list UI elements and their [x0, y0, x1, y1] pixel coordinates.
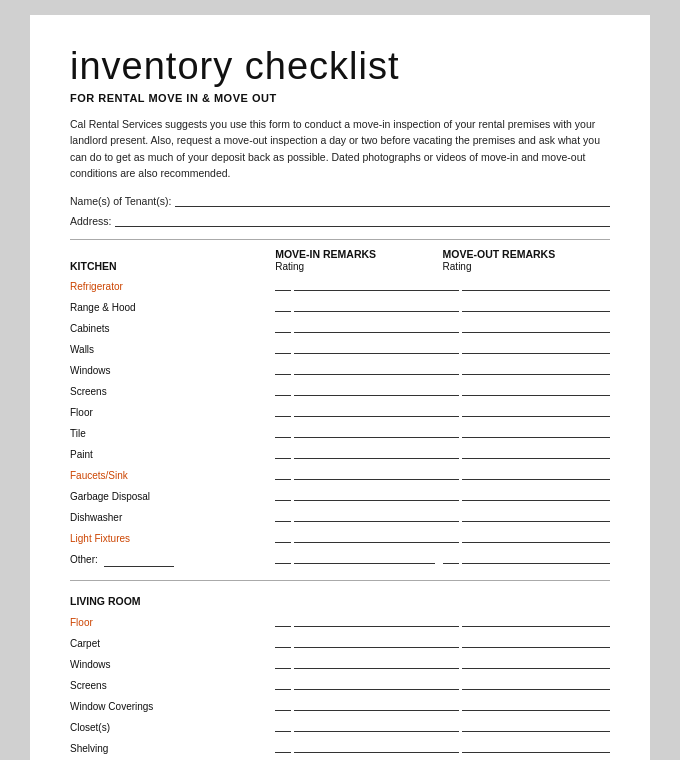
divider-living: [70, 580, 610, 581]
list-item: Window Coverings: [70, 694, 610, 715]
divider-top: [70, 239, 610, 240]
item-name: Window Coverings: [70, 701, 153, 712]
list-item: Tile: [70, 421, 610, 442]
list-item: Garbage Disposal: [70, 484, 610, 505]
item-name: Range & Hood: [70, 302, 136, 313]
kitchen-other-line[interactable]: [104, 555, 174, 567]
item-name: Cabinets: [70, 323, 109, 334]
kitchen-other-label: Other:: [70, 554, 98, 565]
item-name: Paint: [70, 449, 93, 460]
item-name: Closet(s): [70, 722, 110, 733]
page: inventory checklist FOR RENTAL MOVE IN &…: [30, 15, 650, 760]
living-room-label: LIVING ROOM: [70, 589, 275, 610]
list-item: Faucets/Sink: [70, 463, 610, 484]
kitchen-other-movein: [275, 552, 434, 564]
tenants-field-row: Name(s) of Tenant(s):: [70, 193, 610, 207]
column-headers: KITCHEN MOVE-IN REMARKS Rating MOVE-OUT …: [70, 248, 610, 274]
living-room-section-row: [70, 568, 610, 589]
kitchen-other-row: Other:: [70, 547, 610, 568]
item-name: Faucets/Sink: [70, 470, 128, 481]
address-input-line[interactable]: [115, 213, 610, 227]
list-item: Screens: [70, 673, 610, 694]
list-item: Light Fixtures: [70, 526, 610, 547]
tenants-label: Name(s) of Tenant(s):: [70, 195, 171, 207]
list-item: Dishwasher: [70, 505, 610, 526]
living-room-header-row: LIVING ROOM: [70, 589, 610, 610]
item-name: Refrigerator: [70, 281, 123, 292]
movein-header: MOVE-IN REMARKS Rating: [275, 248, 442, 274]
item-name: Windows: [70, 365, 111, 376]
list-item: Cabinets: [70, 316, 610, 337]
description-text: Cal Rental Services suggests you use thi…: [70, 116, 610, 181]
list-item: Refrigerator: [70, 274, 610, 295]
item-name: Floor: [70, 407, 93, 418]
list-item: Range & Hood: [70, 295, 610, 316]
item-name: Garbage Disposal: [70, 491, 150, 502]
page-subtitle: FOR RENTAL MOVE IN & MOVE OUT: [70, 92, 610, 104]
list-item: Windows: [70, 358, 610, 379]
kitchen-header: KITCHEN: [70, 248, 275, 274]
item-name: Screens: [70, 680, 107, 691]
item-name: Windows: [70, 659, 111, 670]
checklist-table: KITCHEN MOVE-IN REMARKS Rating MOVE-OUT …: [70, 248, 610, 760]
list-item: Shelving: [70, 736, 610, 757]
item-name: Shelving: [70, 743, 108, 754]
list-item: Floor: [70, 610, 610, 631]
kitchen-other-moveout: [443, 552, 610, 564]
tenants-input-line[interactable]: [175, 193, 610, 207]
address-label: Address:: [70, 215, 111, 227]
list-item: Floor: [70, 400, 610, 421]
list-item: Closet(s): [70, 715, 610, 736]
item-name: Light Fixtures: [70, 533, 130, 544]
list-item: Carpet: [70, 631, 610, 652]
page-title: inventory checklist: [70, 45, 610, 88]
item-name: Screens: [70, 386, 107, 397]
moveout-header: MOVE-OUT REMARKS Rating: [443, 248, 610, 274]
item-name: Floor: [70, 617, 93, 628]
list-item: Paint: [70, 442, 610, 463]
list-item: Screens: [70, 379, 610, 400]
item-name: Tile: [70, 428, 86, 439]
list-item: Walls: [70, 337, 610, 358]
item-name: Carpet: [70, 638, 100, 649]
address-field-row: Address:: [70, 213, 610, 227]
list-item: Windows: [70, 652, 610, 673]
item-name: Walls: [70, 344, 94, 355]
item-name: Dishwasher: [70, 512, 122, 523]
